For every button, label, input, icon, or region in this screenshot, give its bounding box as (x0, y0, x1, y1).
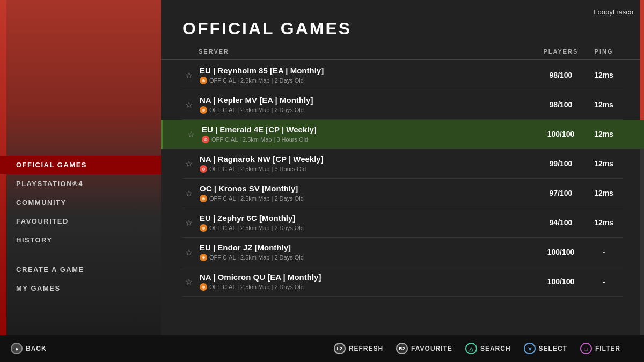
server-meta-text: OFFICIAL | 2.5km Map | 2 Days Old (209, 107, 304, 113)
sidebar-divider (0, 249, 161, 260)
server-info: EU | Emerald 4E [CP | Weekly] ⊗ OFFICIAL… (202, 125, 537, 143)
select-button-label: Select (539, 345, 567, 352)
table-row[interactable]: ☆ EU | Endor JZ [Monthly] ⊕ OFFICIAL | 2… (182, 238, 623, 267)
server-meta-text: OFFICIAL | 2.5km Map | 2 Days Old (209, 77, 304, 84)
server-meta: ⊗ OFFICIAL | 2.5km Map | 3 Hours Old (202, 136, 537, 143)
main-content: OFFICIAL GAMES SERVER PLAYERS PING ☆ EU … (161, 0, 644, 362)
sidebar-item-history[interactable]: HISTORY (0, 231, 161, 249)
server-players: 100/100 (537, 277, 585, 286)
server-name: EU | Emerald 4E [CP | Weekly] (202, 125, 537, 134)
table-row[interactable]: ☆ NA | Omicron QU [EA | Monthly] ⊕ OFFIC… (182, 267, 623, 297)
server-info: NA | Kepler MV [EA | Monthly] ⊕ OFFICIAL… (200, 95, 537, 114)
favourite-action[interactable]: R2 Favourite (396, 343, 452, 354)
table-row[interactable]: ☆ EU | Zephyr 6C [Monthly] ⊕ OFFICIAL | … (182, 208, 623, 238)
back-button-label: Back (26, 345, 47, 352)
select-action[interactable]: ✕ Select (524, 343, 567, 354)
star-icon[interactable]: ☆ (182, 187, 195, 200)
back-button-icon: ● (11, 343, 23, 354)
search-action[interactable]: △ Search (465, 343, 511, 354)
refresh-action[interactable]: L2 Refresh (334, 343, 383, 354)
server-players: 100/100 (537, 248, 585, 256)
server-ping: 12ms (585, 159, 623, 168)
server-name: NA | Ragnarok NW [CP | Weekly] (200, 154, 537, 164)
back-action[interactable]: ● Back (11, 343, 47, 354)
scrollbar-track[interactable] (640, 0, 644, 362)
filter-button-label: Filter (595, 345, 620, 352)
server-info: NA | Ragnarok NW [CP | Weekly] ⊗ OFFICIA… (200, 154, 537, 173)
table-row[interactable]: ☆ OC | Kronos SV [Monthly] ⊕ OFFICIAL | … (182, 179, 623, 208)
page-title: OFFICIAL GAMES (161, 0, 644, 44)
server-name: OC | Kronos SV [Monthly] (200, 184, 537, 193)
sidebar-item-official-games[interactable]: OFFICIAL GAMES (0, 156, 161, 174)
th-players: PLAYERS (537, 48, 585, 55)
server-ping: 12ms (585, 189, 623, 197)
sidebar-item-community[interactable]: COMMUNITY (0, 193, 161, 212)
server-players: 98/100 (537, 100, 585, 109)
filter-button-icon: □ (580, 343, 592, 354)
server-players: 98/100 (537, 71, 585, 79)
server-name: EU | Endor JZ [Monthly] (200, 243, 537, 252)
search-button-icon: △ (465, 343, 477, 354)
server-players: 99/100 (537, 159, 585, 168)
server-type-icon: ⊕ (200, 77, 207, 84)
server-type-icon: ⊕ (200, 195, 207, 202)
sidebar-item-favourited[interactable]: FAVOURITED (0, 212, 161, 231)
table-row[interactable]: ☆ NA | Ragnarok NW [CP | Weekly] ⊗ OFFIC… (182, 149, 623, 179)
server-meta-text: OFFICIAL | 2.5km Map | 2 Days Old (209, 225, 304, 231)
server-name: NA | Omicron QU [EA | Monthly] (200, 272, 537, 282)
th-server: SERVER (182, 48, 537, 55)
server-meta: ⊕ OFFICIAL | 2.5km Map | 2 Days Old (200, 224, 537, 232)
server-players: 94/100 (537, 218, 585, 227)
sidebar-menu: OFFICIAL GAMES PLAYSTATION®4 COMMUNITY F… (0, 156, 161, 298)
star-icon[interactable]: ☆ (182, 216, 195, 229)
star-icon[interactable]: ☆ (185, 128, 197, 141)
filter-action[interactable]: □ Filter (580, 343, 620, 354)
table-row[interactable]: ☆ EU | Reynholm 85 [EA | Monthly] ⊕ OFFI… (182, 61, 623, 90)
server-type-icon: ⊕ (200, 283, 207, 291)
server-players: 97/100 (537, 189, 585, 197)
server-meta-text: OFFICIAL | 2.5km Map | 2 Days Old (209, 284, 304, 290)
server-meta-text: OFFICIAL | 2.5km Map | 3 Hours Old (209, 166, 306, 172)
table-row[interactable]: ☆ EU | Emerald 4E [CP | Weekly] ⊗ OFFICI… (161, 120, 644, 149)
star-icon[interactable]: ☆ (182, 275, 195, 288)
table-row[interactable]: ☆ NA | Kepler MV [EA | Monthly] ⊕ OFFICI… (182, 90, 623, 120)
server-type-icon: ⊗ (200, 165, 207, 173)
refresh-button-icon: L2 (334, 343, 346, 354)
search-button-label: Search (480, 345, 511, 352)
select-button-icon: ✕ (524, 343, 536, 354)
favourite-button-label: Favourite (411, 345, 452, 352)
server-meta-text: OFFICIAL | 2.5km Map | 2 Days Old (209, 195, 304, 202)
server-info: EU | Zephyr 6C [Monthly] ⊕ OFFICIAL | 2.… (200, 213, 537, 232)
server-ping: 12ms (585, 218, 623, 227)
star-icon[interactable]: ☆ (182, 157, 195, 170)
server-info: EU | Reynholm 85 [EA | Monthly] ⊕ OFFICI… (200, 66, 537, 84)
server-ping: 12ms (585, 100, 623, 109)
star-icon[interactable]: ☆ (182, 69, 195, 82)
star-icon[interactable]: ☆ (182, 98, 195, 111)
server-meta: ⊗ OFFICIAL | 2.5km Map | 3 Hours Old (200, 165, 537, 173)
sidebar-item-playstation4[interactable]: PLAYSTATION®4 (0, 174, 161, 193)
server-info: NA | Omicron QU [EA | Monthly] ⊕ OFFICIA… (200, 272, 537, 291)
server-type-icon: ⊗ (202, 136, 209, 143)
server-meta: ⊕ OFFICIAL | 2.5km Map | 2 Days Old (200, 283, 537, 291)
sidebar-item-my-games[interactable]: MY GAMES (0, 279, 161, 298)
server-ping: 12ms (585, 130, 623, 138)
server-meta: ⊕ OFFICIAL | 2.5km Map | 2 Days Old (200, 77, 537, 84)
server-meta-text: OFFICIAL | 2.5km Map | 2 Days Old (209, 254, 304, 261)
star-icon[interactable]: ☆ (182, 246, 195, 258)
server-meta-text: OFFICIAL | 2.5km Map | 3 Hours Old (211, 136, 308, 143)
server-ping: - (585, 277, 623, 286)
server-meta: ⊕ OFFICIAL | 2.5km Map | 2 Days Old (200, 195, 537, 202)
server-ping: - (585, 248, 623, 256)
table-header: SERVER PLAYERS PING (161, 44, 644, 60)
server-type-icon: ⊕ (200, 224, 207, 232)
server-list: ☆ EU | Reynholm 85 [EA | Monthly] ⊕ OFFI… (161, 61, 644, 297)
username: LoopyFiasco (594, 8, 633, 16)
bottom-bar: ● Back L2 Refresh R2 Favourite △ Search … (0, 335, 644, 362)
server-info: EU | Endor JZ [Monthly] ⊕ OFFICIAL | 2.5… (200, 243, 537, 261)
server-name: NA | Kepler MV [EA | Monthly] (200, 95, 537, 105)
server-info: OC | Kronos SV [Monthly] ⊕ OFFICIAL | 2.… (200, 184, 537, 202)
sidebar-item-create-a-game[interactable]: CREATE A GAME (0, 260, 161, 279)
refresh-button-label: Refresh (349, 345, 383, 352)
server-type-icon: ⊕ (200, 254, 207, 261)
